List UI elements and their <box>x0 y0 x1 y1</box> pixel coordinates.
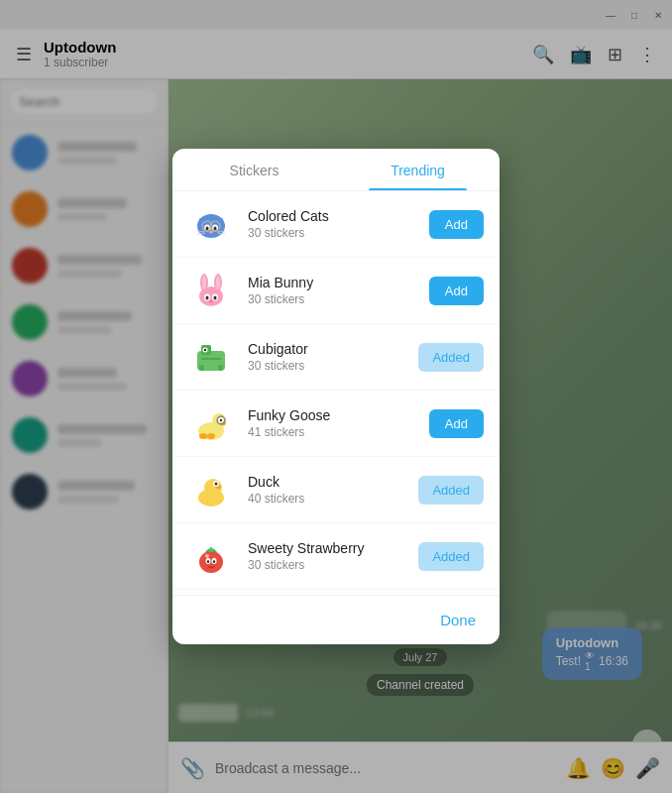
svg-point-28 <box>204 349 206 351</box>
svg-point-6 <box>214 227 217 231</box>
svg-rect-29 <box>199 365 204 371</box>
svg-rect-30 <box>218 365 223 371</box>
list-item: Colored Cats 30 stickers Add <box>172 191 500 258</box>
list-item: Sweety Strawberry 30 stickers Added <box>172 523 500 590</box>
sticker-icon-sweety-strawberry <box>188 533 234 579</box>
sticker-count: 30 stickers <box>248 226 415 240</box>
add-funky-goose-button[interactable]: Add <box>429 409 484 438</box>
svg-point-37 <box>199 433 207 439</box>
tab-stickers[interactable]: Stickers <box>172 149 336 190</box>
list-item: Funky Goose 41 stickers Add <box>172 391 500 457</box>
sticker-info-cubigator: Cubigator 30 stickers <box>248 341 404 373</box>
sticker-icon-colored-cats <box>188 201 234 247</box>
svg-point-36 <box>220 419 222 421</box>
list-item: Duck 40 stickers Added <box>172 457 500 523</box>
add-colored-cats-button[interactable]: Add <box>429 210 484 239</box>
modal-footer: Done <box>172 595 500 644</box>
svg-point-51 <box>213 560 215 563</box>
sticker-icon-cubigator <box>188 334 234 380</box>
sticker-info-funky-goose: Funky Goose 41 stickers <box>248 407 415 439</box>
sticker-count: 30 stickers <box>248 558 404 572</box>
svg-point-23 <box>214 296 217 300</box>
add-mia-bunny-button[interactable]: Add <box>429 277 484 305</box>
sticker-count: 30 stickers <box>248 292 415 306</box>
svg-point-19 <box>216 276 220 289</box>
sticker-icon-duck <box>188 467 234 512</box>
done-button[interactable]: Done <box>432 608 484 632</box>
sticker-list: Colored Cats 30 stickers Add <box>172 191 500 595</box>
sticker-info-duck: Duck 40 stickers <box>248 474 404 506</box>
sticker-count: 30 stickers <box>248 359 404 373</box>
sticker-icon-mia-bunny <box>188 268 234 313</box>
added-duck-button[interactable]: Added <box>418 476 484 505</box>
tab-trending[interactable]: Trending <box>336 149 500 190</box>
sticker-name: Mia Bunny <box>248 275 415 290</box>
modal-tabs: Stickers Trending <box>172 149 500 191</box>
svg-point-50 <box>207 560 209 563</box>
svg-point-38 <box>207 433 215 439</box>
svg-point-44 <box>215 483 218 486</box>
svg-point-24 <box>209 300 213 302</box>
sticker-name: Colored Cats <box>248 208 415 224</box>
svg-point-18 <box>202 276 206 289</box>
modal-overlay[interactable]: Stickers Trending <box>0 0 672 793</box>
sticker-name: Cubigator <box>248 341 404 357</box>
list-item: Cubigator 30 stickers Added <box>172 324 500 391</box>
svg-point-22 <box>206 296 209 300</box>
list-item: Mia Bunny 30 stickers Add <box>172 258 500 324</box>
sticker-info-sweety-strawberry: Sweety Strawberry 30 stickers <box>248 540 404 572</box>
sticker-name: Funky Goose <box>248 407 415 423</box>
added-cubigator-button[interactable]: Added <box>418 343 484 372</box>
sticker-info-colored-cats: Colored Cats 30 stickers <box>248 208 415 240</box>
sticker-count: 41 stickers <box>248 425 415 439</box>
sticker-count: 40 stickers <box>248 492 404 506</box>
svg-point-46 <box>205 554 209 558</box>
added-sweety-strawberry-button[interactable]: Added <box>418 542 484 571</box>
svg-point-45 <box>199 551 223 573</box>
svg-point-5 <box>206 227 209 231</box>
sticker-name: Sweety Strawberry <box>248 540 404 556</box>
sticker-name: Duck <box>248 474 404 490</box>
sticker-modal: Stickers Trending <box>172 149 500 644</box>
sticker-info-mia-bunny: Mia Bunny 30 stickers <box>248 275 415 306</box>
sticker-icon-funky-goose <box>188 400 234 446</box>
